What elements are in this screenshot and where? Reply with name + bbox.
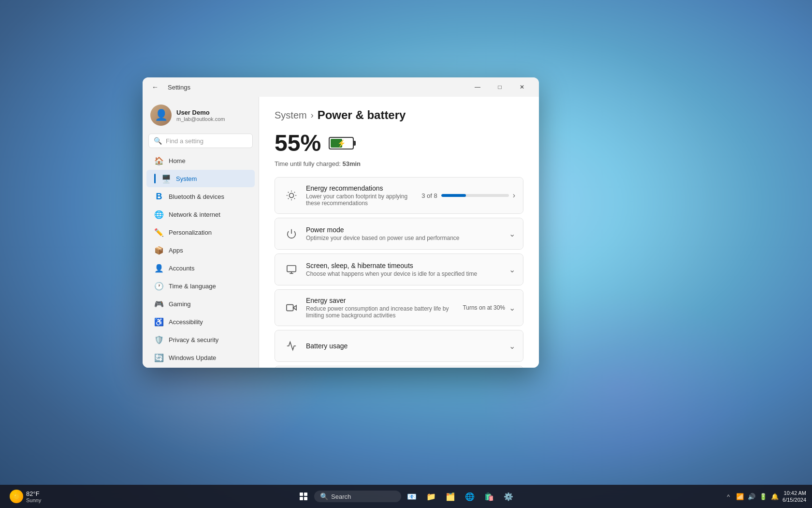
breadcrumb-current: Power & battery bbox=[318, 108, 406, 122]
time-icon: 🕐 bbox=[154, 281, 164, 291]
maximize-button[interactable]: □ bbox=[489, 79, 511, 95]
sidebar-item-bluetooth[interactable]: B Bluetooth & devices bbox=[146, 188, 255, 205]
energy-recommendations-row[interactable]: Energy recommendations Lower your carbon… bbox=[275, 178, 523, 213]
energy-saver-desc: Reduce power consumption and increase ba… bbox=[306, 305, 463, 319]
taskbar-left: ☀️ 82°F Sunny bbox=[6, 488, 45, 505]
taskbar-mail-icon[interactable]: 📧 bbox=[403, 488, 420, 505]
battery-usage-card: Battery usage ⌄ bbox=[275, 330, 523, 362]
bluetooth-icon: B bbox=[154, 192, 164, 201]
sidebar-item-system[interactable]: 🖥️ System bbox=[146, 170, 255, 187]
screen-sleep-desc: Choose what happens when your device is … bbox=[306, 270, 509, 277]
screen-sleep-chevron: ⌄ bbox=[509, 265, 515, 274]
sidebar-item-network[interactable]: 🌐 Network & internet bbox=[146, 206, 255, 223]
sidebar-item-accounts[interactable]: 👤 Accounts bbox=[146, 259, 255, 277]
sidebar-item-gaming[interactable]: 🎮 Gaming bbox=[146, 295, 255, 313]
lid-power-row[interactable]: Lid & power button controls Choose what … bbox=[275, 366, 523, 368]
sidebar-item-time[interactable]: 🕐 Time & language bbox=[146, 277, 255, 295]
svg-rect-16 bbox=[304, 493, 307, 496]
screen-sleep-content: Screen, sleep, & hibernate timeouts Choo… bbox=[306, 262, 509, 277]
sidebar-item-label: Bluetooth & devices bbox=[169, 193, 224, 200]
avatar: 👤 bbox=[150, 105, 172, 126]
sidebar-item-label: Apps bbox=[169, 247, 183, 254]
svg-rect-13 bbox=[287, 305, 293, 311]
charge-time-value: 53min bbox=[342, 160, 361, 167]
personalization-icon: ✏️ bbox=[154, 227, 164, 237]
update-icon: 🔄 bbox=[154, 353, 164, 362]
window-body: 👤 User Demo m_lab@outlook.com 🔍 🏠 Home bbox=[143, 97, 539, 368]
energy-rec-progress-label: 3 of 8 bbox=[421, 192, 437, 199]
charge-time: Time until fully charged: 53min bbox=[275, 160, 523, 167]
weather-temp: 82°F bbox=[26, 490, 41, 497]
sidebar-item-label: Accessibility bbox=[169, 318, 203, 326]
tray-chevron[interactable]: ^ bbox=[724, 492, 733, 501]
power-mode-title: Power mode bbox=[306, 226, 509, 234]
svg-rect-10 bbox=[287, 266, 296, 272]
energy-saver-card: Energy saver Reduce power consumption an… bbox=[275, 289, 523, 326]
power-mode-icon bbox=[283, 225, 300, 242]
taskbar-browser-icon[interactable]: 🌐 bbox=[461, 488, 478, 505]
close-button[interactable]: ✕ bbox=[511, 79, 533, 95]
start-button[interactable] bbox=[295, 488, 312, 505]
breadcrumb-parent: System bbox=[275, 110, 307, 121]
sidebar-item-label: Home bbox=[169, 157, 186, 164]
screen-sleep-row[interactable]: Screen, sleep, & hibernate timeouts Choo… bbox=[275, 254, 523, 285]
user-profile[interactable]: 👤 User Demo m_lab@outlook.com bbox=[143, 101, 259, 132]
tray-network-icon[interactable]: 📶 bbox=[735, 492, 745, 501]
desktop: ← Settings — □ ✕ 👤 User Demo m_lab@ou bbox=[0, 0, 812, 508]
energy-rec-progress-fill bbox=[441, 194, 466, 197]
energy-rec-progress-bar bbox=[441, 194, 509, 197]
energy-rec-icon bbox=[283, 187, 300, 204]
lid-power-card: Lid & power button controls Choose what … bbox=[275, 366, 523, 368]
charging-icon: ⚡ bbox=[337, 139, 346, 147]
screen-sleep-title: Screen, sleep, & hibernate timeouts bbox=[306, 262, 509, 269]
taskbar-store-icon[interactable]: 🛍️ bbox=[480, 488, 498, 505]
taskbar-settings-icon[interactable]: ⚙️ bbox=[500, 488, 517, 505]
tray-volume-icon[interactable]: 🔊 bbox=[747, 492, 756, 501]
svg-line-7 bbox=[288, 198, 289, 199]
battery-visual: ⚡ bbox=[329, 137, 354, 149]
taskbar-right: ^ 📶 🔊 🔋 🔔 10:42 AM 6/15/2024 bbox=[724, 490, 806, 504]
power-mode-row[interactable]: Power mode Optimize your device based on… bbox=[275, 218, 523, 249]
taskbar-center: 🔍 Search 📧 📁 🗂️ 🌐 🛍️ ⚙️ bbox=[295, 488, 517, 505]
energy-saver-row[interactable]: Energy saver Reduce power consumption an… bbox=[275, 290, 523, 326]
battery-usage-row[interactable]: Battery usage ⌄ bbox=[275, 330, 523, 361]
energy-rec-content: Energy recommendations Lower your carbon… bbox=[306, 184, 421, 207]
sidebar: 👤 User Demo m_lab@outlook.com 🔍 🏠 Home bbox=[143, 97, 259, 368]
sidebar-item-apps[interactable]: 📦 Apps bbox=[146, 241, 255, 259]
sidebar-item-home[interactable]: 🏠 Home bbox=[146, 152, 255, 169]
sidebar-item-label: Time & language bbox=[169, 283, 216, 290]
clock[interactable]: 10:42 AM 6/15/2024 bbox=[783, 490, 806, 504]
sidebar-item-personalization[interactable]: ✏️ Personalization bbox=[146, 224, 255, 241]
tray-battery-tray-icon[interactable]: 🔋 bbox=[758, 492, 768, 501]
minimize-button[interactable]: — bbox=[466, 79, 489, 95]
svg-rect-18 bbox=[304, 497, 307, 500]
search-input[interactable] bbox=[166, 137, 247, 145]
sidebar-item-privacy[interactable]: 🛡️ Privacy & security bbox=[146, 331, 255, 348]
battery-usage-icon bbox=[283, 337, 300, 355]
sidebar-item-update[interactable]: 🔄 Windows Update bbox=[146, 349, 255, 366]
battery-usage-title: Battery usage bbox=[306, 342, 509, 350]
sidebar-item-label: Windows Update bbox=[169, 354, 216, 361]
taskbar-files-icon[interactable]: 📁 bbox=[422, 488, 440, 505]
back-button[interactable]: ← bbox=[148, 80, 162, 94]
taskbar-search[interactable]: 🔍 Search bbox=[314, 491, 401, 502]
svg-point-0 bbox=[289, 193, 293, 197]
taskbar-folder-icon[interactable]: 🗂️ bbox=[442, 488, 459, 505]
sidebar-item-accessibility[interactable]: ♿ Accessibility bbox=[146, 313, 255, 330]
weather-info: 82°F Sunny bbox=[26, 490, 41, 503]
window-controls: — □ ✕ bbox=[466, 79, 533, 95]
power-mode-chevron: ⌄ bbox=[509, 229, 515, 239]
energy-saver-right: Turns on at 30% ⌄ bbox=[463, 303, 515, 313]
svg-rect-17 bbox=[300, 497, 303, 500]
privacy-icon: 🛡️ bbox=[154, 335, 164, 344]
battery-icon-container: ⚡ bbox=[329, 137, 354, 149]
titlebar-nav: ← Settings bbox=[148, 80, 190, 94]
user-info: User Demo m_lab@outlook.com bbox=[176, 109, 251, 122]
sidebar-item-label: Gaming bbox=[169, 300, 191, 308]
network-icon: 🌐 bbox=[154, 209, 164, 219]
tray-notification-icon[interactable]: 🔔 bbox=[770, 492, 780, 501]
screen-sleep-icon bbox=[283, 261, 300, 278]
weather-widget[interactable]: ☀️ 82°F Sunny bbox=[6, 488, 45, 505]
weather-condition: Sunny bbox=[26, 497, 41, 503]
search-box[interactable]: 🔍 bbox=[148, 134, 253, 148]
